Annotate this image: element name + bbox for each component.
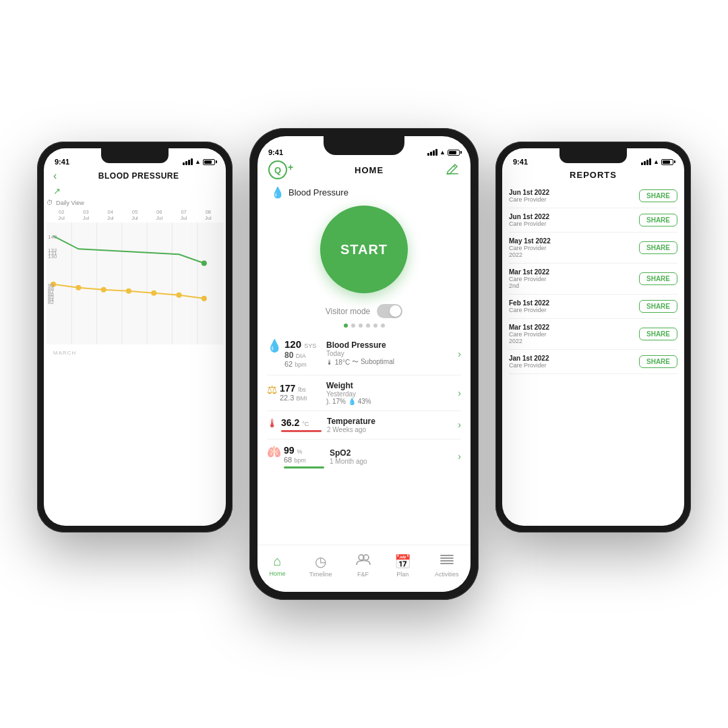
date-02: 02Jul [58, 209, 65, 221]
share-button-5[interactable]: SHARE [639, 300, 677, 313]
tab-activities-label: Activities [435, 571, 459, 578]
trend-icon: ↗ [53, 186, 61, 196]
report-info-2: Jun 1st 2022 Care Provider [509, 213, 639, 227]
svg-text:140: 140 [48, 234, 57, 240]
svg-point-12 [176, 293, 181, 298]
dot-6 [381, 324, 385, 328]
chart-svg: 140 132 131 130 90 88 87 86 85 84 82 [47, 222, 223, 344]
report-date-2: Jun 1st 2022 [509, 213, 639, 220]
tab-plan[interactable]: 📅 Plan [394, 553, 411, 578]
start-btn-container: START [257, 199, 471, 300]
tab-ff[interactable]: F&F [356, 553, 371, 578]
right-header: REPORTS [502, 167, 684, 184]
spo2-arrow[interactable]: › [458, 451, 461, 462]
metric-bp-row: 💧 120 SYS 80 DIA 62 bpm Blood Pressure T… [267, 333, 461, 375]
share-button-2[interactable]: SHARE [639, 214, 677, 226]
app-logo: Q + [268, 160, 293, 179]
metric-weight-row: ⚖ 177 lbs 22.3 BMI Weight Yesterday ). 1… [267, 375, 461, 411]
tab-home[interactable]: ⌂ Home [270, 553, 286, 577]
report-extra-6: 2022 [509, 338, 639, 344]
report-provider-6: Care Provider [509, 331, 639, 338]
trend-header: ↗ [44, 185, 226, 198]
visitor-mode-toggle[interactable] [377, 304, 402, 318]
tab-activities[interactable]: Activities [435, 553, 459, 578]
report-info-3: May 1st 2022 Care Provider 2022 [509, 237, 639, 258]
weight-arrow[interactable]: › [458, 388, 461, 398]
right-status-icons: ▲ [641, 158, 673, 165]
bp-chart: 140 132 131 130 90 88 87 86 85 84 82 [44, 222, 226, 347]
center-nav-bar: Q + HOME [257, 158, 471, 182]
left-status-icons: ▲ [183, 158, 215, 165]
center-status-icons: ▲ [427, 149, 460, 156]
back-button[interactable]: ‹ [53, 170, 57, 182]
report-date-6: Mar 1st 2022 [509, 324, 639, 331]
ff-icon [356, 553, 371, 570]
logo-q: Q [268, 160, 287, 179]
tab-home-label: Home [270, 570, 286, 577]
metric-spo2-left: 🫁 99 % 68 bpm [267, 445, 324, 468]
logo-plus: + [288, 162, 293, 173]
dot-1 [344, 324, 348, 328]
svg-point-10 [126, 289, 131, 294]
center-phone: 9:41 ▲ Q [249, 128, 479, 600]
share-button-4[interactable]: SHARE [639, 272, 677, 285]
metrics-list: 💧 120 SYS 80 DIA 62 bpm Blood Pressure T… [257, 330, 471, 477]
report-date-5: Feb 1st 2022 [509, 299, 639, 307]
svg-rect-26 [446, 173, 458, 175]
svg-point-9 [101, 287, 107, 293]
date-06: 06Jul [156, 209, 162, 221]
date-05: 05Jul [131, 209, 138, 221]
share-button-1[interactable]: SHARE [639, 189, 677, 202]
report-provider-3: Care Provider [509, 245, 639, 251]
date-axis: 02Jul 03Jul 04Jul 05Jul 06Jul 07Jul 08Ju… [44, 208, 226, 222]
center-battery-icon [448, 150, 460, 156]
tab-timeline[interactable]: ◷ Timeline [309, 553, 332, 578]
bp-values: 120 SYS 80 DIA 62 bpm [284, 338, 316, 369]
center-notch [324, 136, 404, 155]
share-button-7[interactable]: SHARE [639, 355, 677, 368]
report-info-7: Jan 1st 2022 Care Provider [509, 355, 639, 369]
right-phone: 9:41 ▲ REPORTS [495, 142, 691, 533]
left-time: 9:41 [55, 158, 69, 166]
reports-title: REPORTS [570, 170, 617, 180]
temp-arrow[interactable]: › [458, 419, 461, 430]
report-provider-2: Care Provider [509, 220, 639, 227]
date-08: 08Jul [205, 209, 212, 221]
center-page-title: HOME [355, 165, 384, 175]
svg-rect-0 [47, 222, 223, 344]
svg-text:130: 130 [48, 253, 57, 260]
report-date-1: Jun 1st 2022 [509, 189, 639, 196]
right-notch [559, 148, 627, 163]
report-date-4: Mar 1st 2022 [509, 268, 639, 276]
dot-2 [351, 324, 355, 328]
start-button[interactable]: START [320, 206, 408, 293]
share-button-6[interactable]: SHARE [639, 328, 677, 340]
dot-4 [366, 324, 370, 328]
share-button-3[interactable]: SHARE [639, 241, 677, 254]
date-03: 03Jul [83, 209, 90, 221]
battery-icon [203, 159, 215, 165]
date-04: 04Jul [107, 209, 114, 221]
svg-text:82: 82 [48, 299, 54, 305]
report-provider-4: Care Provider [509, 276, 639, 282]
chart-bottom-label: MARCH [44, 347, 226, 359]
page-dots [257, 321, 471, 330]
bp-drop-icon: 💧 [271, 186, 284, 199]
report-date-3: May 1st 2022 [509, 237, 639, 245]
temp-values: 36.2 °C [281, 417, 322, 432]
center-screen: 9:41 ▲ Q [257, 136, 471, 592]
home-icon: ⌂ [274, 553, 282, 569]
left-header: ‹ BLOOD PRESSURE [44, 167, 226, 185]
left-page-title: BLOOD PRESSURE [61, 171, 216, 181]
svg-point-8 [75, 285, 81, 291]
bp-arrow[interactable]: › [458, 348, 461, 359]
chart-view-label: ⏱ Daily View [44, 198, 226, 208]
toggle-knob [390, 305, 401, 317]
visitor-mode-row: Visitor mode [257, 300, 471, 321]
metric-weight-left: ⚖ 177 lbs 22.3 BMI [267, 383, 321, 403]
report-row-1: Jun 1st 2022 Care Provider SHARE [509, 184, 677, 208]
report-extra-3: 2022 [509, 251, 639, 258]
bp-section-header: 💧 Blood Pressure [257, 182, 471, 199]
right-battery-icon [661, 159, 673, 165]
edit-icon[interactable] [445, 161, 460, 179]
